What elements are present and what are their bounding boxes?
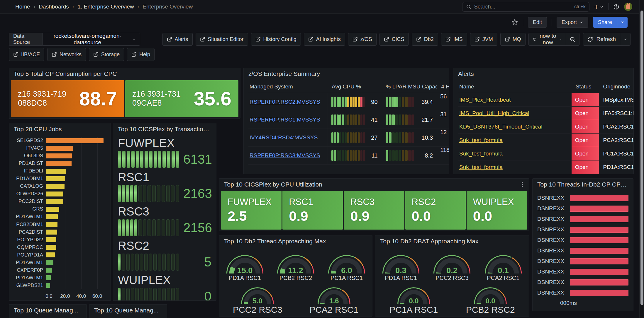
scrollbar-thumb[interactable] xyxy=(640,11,643,305)
thread-bar xyxy=(570,279,628,285)
toolbar-link-z-os[interactable]: z/OS xyxy=(348,33,377,46)
panel-title: Top 10 Db2 DBAT Approaching Max xyxy=(380,238,478,245)
gauge-label: PCC2 RSC3 xyxy=(233,305,282,314)
gauge-segment xyxy=(342,150,344,161)
gauge-arc: 0.3 xyxy=(379,248,423,275)
toolbar-link-ai-insights[interactable]: AI Insights xyxy=(304,33,345,46)
refresh-interval-dropdown[interactable] xyxy=(620,33,631,46)
stat-tile: z16 3931-719 088DC888.7 xyxy=(11,80,124,117)
thread-bar xyxy=(570,269,628,275)
alert-name-link[interactable]: IMS_Pool_Util_High_Critical xyxy=(459,110,529,116)
bar-row: GLWPDS21 xyxy=(13,282,105,289)
toolbar-link-ims[interactable]: IMS xyxy=(441,33,467,46)
star-button[interactable] xyxy=(511,19,518,26)
gauge-segment xyxy=(162,219,165,236)
stat-tile: FUWPLEX2.5 xyxy=(221,191,282,230)
share-button[interactable]: Share xyxy=(593,17,617,28)
thread-bar-row: DSNREXX xyxy=(537,235,628,245)
toolbar-link-mq[interactable]: MQ xyxy=(500,33,526,46)
gauge-segment xyxy=(395,114,398,125)
time-range-picker[interactable]: now to now xyxy=(528,33,566,46)
bar-row: SELGPDS2 xyxy=(13,137,105,144)
alert-name-link[interactable]: Suk_test_formula xyxy=(459,164,503,170)
add-button[interactable]: + xyxy=(594,3,604,11)
managed-system-link[interactable]: IVY4RSD4:RSD4:MVSSYS xyxy=(250,134,318,141)
tx-row: 0 xyxy=(118,288,211,301)
bar-row: PD1AWLM1 xyxy=(13,259,105,266)
datasource-select[interactable]: rocketsoftware-omegamon-datasource xyxy=(43,33,140,46)
toolbar-link-cics[interactable]: CICS xyxy=(379,33,409,46)
gauge-segment xyxy=(360,150,362,161)
chevron-down-icon xyxy=(560,37,562,41)
bar xyxy=(46,169,66,174)
panel-title: Top 5 Total CP Consumption per CPC xyxy=(14,70,117,77)
breadcrumb-item[interactable]: Dashboards xyxy=(39,4,69,10)
managed-system-link[interactable]: RSPERF0P:RSC1:MVSSYS xyxy=(250,117,320,123)
breadcrumb-item[interactable]: Home xyxy=(15,4,30,10)
gauge-segment xyxy=(392,97,395,107)
gauge-segment xyxy=(352,132,355,143)
bar-label: GLWPDS26 xyxy=(13,191,46,197)
toolbar-link-history-config[interactable]: History Config xyxy=(251,33,301,46)
gauge-segment xyxy=(130,219,133,236)
chevron-down-icon xyxy=(579,20,583,24)
refresh-button[interactable]: Refresh xyxy=(583,33,620,46)
zos-summary-table: Managed SystemAvg CPU %% LPAR MSU Capac4… xyxy=(248,80,449,165)
toolbar-link-alerts[interactable]: Alerts xyxy=(162,33,193,46)
bar xyxy=(46,199,63,204)
svg-text:15.0: 15.0 xyxy=(237,266,253,275)
segment-gauge xyxy=(331,132,365,143)
gauge-svg-wrap: 0.1 xyxy=(481,248,525,275)
gauge-segment xyxy=(386,114,388,125)
toolbar-link-iib-ace[interactable]: IIB/ACE xyxy=(9,48,44,61)
bar-track xyxy=(570,216,628,222)
bar-track xyxy=(46,260,105,265)
thread-bar xyxy=(570,227,628,233)
hr4-cell: 118 xyxy=(437,147,449,164)
alert-status-badge: Open xyxy=(572,147,599,160)
thread-bar xyxy=(570,237,628,243)
zoom-out-button[interactable] xyxy=(566,33,579,46)
toolbar-link-situation-editor[interactable]: Situation Editor xyxy=(196,33,248,46)
breadcrumb-item[interactable]: 1. Enterprise Overview xyxy=(77,4,134,10)
alert-name-link[interactable]: Suk_test_formula xyxy=(459,151,503,157)
thread-label: DSNREXX xyxy=(537,269,570,275)
alert-name-link[interactable]: IMS_Plex_Heartbeat xyxy=(459,97,511,103)
export-button[interactable]: Export xyxy=(557,17,588,28)
managed-system-link[interactable]: RSPERF0P:RSC2:MVSSYS xyxy=(250,99,320,105)
gauge-arc: 0.1 xyxy=(481,248,525,275)
bar xyxy=(46,184,65,189)
alert-name-link[interactable]: Suk_test_formula xyxy=(459,137,503,143)
bar-track xyxy=(46,169,105,174)
share-dropdown-button[interactable] xyxy=(617,17,628,28)
gauge-segment xyxy=(134,185,137,202)
tx-row: 5 xyxy=(118,254,211,271)
hr4-cell: 56 xyxy=(437,93,449,111)
alert-name-link[interactable]: KD5_DSNT376I_Timeout_Critical xyxy=(459,124,542,130)
gauge-arc: 0.0 xyxy=(394,281,433,305)
panel-menu-kebab-icon[interactable] xyxy=(521,181,524,188)
panel-threads-indb2-cpu: Top 10 Threads In-Db2 CP CPU ... DSNREXX… xyxy=(532,178,633,311)
bar-track xyxy=(46,275,105,280)
toolbar-link-networks[interactable]: Networks xyxy=(47,48,86,61)
toolbar-link-storage[interactable]: Storage xyxy=(89,48,124,61)
avatar[interactable] xyxy=(624,3,632,11)
toolbar-link-help[interactable]: Help xyxy=(127,48,155,61)
toolbar-link-jvm[interactable]: JVM xyxy=(470,33,497,46)
help-button[interactable] xyxy=(613,4,619,10)
zoom-out-icon xyxy=(570,36,576,42)
page-scrollbar[interactable] xyxy=(639,0,644,318)
toolbar-link-db2[interactable]: Db2 xyxy=(412,33,438,46)
search-input[interactable]: Search... ctrl+k xyxy=(462,2,589,12)
gauge-segment xyxy=(126,185,129,202)
gauge-segment xyxy=(126,219,129,236)
gauge-segment xyxy=(408,97,411,107)
gauge-segment xyxy=(154,151,157,168)
x-axis-ticks: 0.020.040.060.0 xyxy=(49,292,105,299)
managed-system-link[interactable]: RSPERF0P:RSC3:MVSSYS xyxy=(250,152,320,158)
gauge-segment xyxy=(386,97,388,107)
bar-track xyxy=(570,258,628,264)
bar-track xyxy=(46,237,105,242)
external-link-icon xyxy=(352,37,358,42)
edit-button[interactable]: Edit xyxy=(528,17,547,28)
